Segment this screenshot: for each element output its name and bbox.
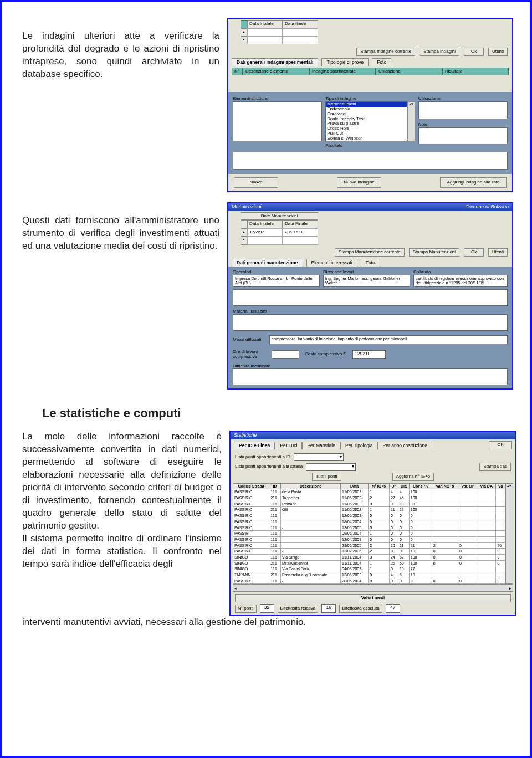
paragraph-4b: interventi manutentivi avviati, necessar… [22,616,516,629]
col-header[interactable]: Var. Dr [458,483,477,489]
tab-tipologie-prove[interactable]: Tipologie di prove [321,58,369,66]
col-header[interactable]: Cons. % [409,483,432,489]
col-data-finale: Data finale [283,20,318,28]
window-indagini: Data iniziale Data finale ▸ * Stampa Ind… [227,18,513,192]
col-header[interactable]: ID [269,483,281,489]
col-header[interactable]: Va [496,483,505,489]
table-row[interactable]: SINIGO111Via Sinigo11/11/200432462100000 [233,554,505,560]
btn-ok[interactable]: Ok [464,248,484,257]
tab-anno[interactable]: Per anno costruzione [378,442,432,449]
val-dif-rel: 16 [321,604,336,613]
scrollbar-stats[interactable]: ▴▾ [505,483,513,585]
lbl-n-ponti: N° ponti [235,605,257,613]
col-header[interactable]: Descrizione [281,483,341,489]
btn-nuovo[interactable]: Nuovo [234,177,278,188]
btn-ok[interactable]: Ok [464,48,484,56]
lbl-direzione: Direzione lavori [323,270,410,275]
col-header[interactable]: Via DA [477,483,496,489]
field-risultato[interactable] [233,152,508,170]
tab-foto-man[interactable]: Foto [361,259,380,267]
field-collaudo[interactable]: certificato di regolare esecuzione appro… [413,275,508,288]
btn-nuova-indagine[interactable]: Nuova indagine [337,177,381,188]
field-note[interactable] [418,127,508,144]
table-row[interactable]: TAIPANN211Passerella ai giD campate12/06… [233,572,505,578]
btn-aggiorna[interactable]: Aggiorna n° IG+5 [392,473,434,481]
titlebar-stat: Statistiche [234,433,257,438]
table-row[interactable]: PASSIRIO211Gilf11/06/200211113100 [233,507,505,513]
col-header[interactable]: Dia [398,483,409,489]
btn-stampa-indagini[interactable]: Stampa Indagini [420,48,459,56]
hdr-risultato: Risultato [442,68,509,76]
table-row[interactable]: PASSIRIO111-12/04/20090000 [233,536,505,542]
lbl-lista-id: Lista ponti appartenenti a ID [235,455,290,460]
table-row[interactable]: PASSIRIO111-12/02/200523910000 [233,549,505,555]
field-ore[interactable] [272,350,299,359]
scrollbar-stats-h[interactable]: ◂▸ [233,584,513,592]
scrollbar[interactable]: ▴▾ [407,101,415,141]
date-header: Date Manutenzioni [241,212,318,221]
table-row[interactable]: SINIGO111Via Castel Gatto04/03/200215157… [233,566,505,572]
titlebar-right: Comune di Bolzano [465,204,509,210]
btn-stampa-manutenzioni[interactable]: Stampa Manutenzioni [409,248,459,257]
val-dif-ass: 47 [386,604,400,613]
field-difficolta[interactable] [233,368,508,385]
table-row[interactable]: PASSIRIO11118/04/20040000 [233,519,505,525]
table-row[interactable]: PASSIRIO211Tappeiner11/06/200222745100 [233,495,505,501]
combo-strada[interactable] [306,463,356,471]
col-header[interactable]: N° IG+5 [369,483,390,489]
table-row[interactable]: PASSIRI111-09/06/20041000 [233,531,505,537]
tab-materiale[interactable]: Per Materiale [302,442,340,449]
combo-id[interactable] [294,453,344,461]
tab-dati-generali-man[interactable]: Dati generali manutenzione [232,259,303,267]
field-costo[interactable]: 129210 [352,350,386,359]
date-end[interactable]: 28/01/98 [283,228,318,237]
field-direzione[interactable]: ing. Begher Mario · ass. geom. Gabloner … [323,275,410,288]
tab-foto[interactable]: Foto [372,58,391,66]
btn-ok-stat[interactable]: OK [489,441,512,449]
lbl-lista-strada: Lista ponti appartenenti alla strada [235,464,303,469]
date-start[interactable]: 17/2/97 [247,228,283,237]
table-row[interactable]: SINIGO211Mitaiwaldenhof11/11/20041265010… [233,560,505,566]
tab-dati-generali[interactable]: Dati generali indagini sperimentali [232,58,318,66]
paragraph-2: Questi dati forniscono all'amministrator… [22,214,219,253]
col-data-iniziale: Data Iniziale [247,220,283,228]
btn-utenti[interactable]: Utenti [488,248,508,257]
table-row[interactable]: PASSIRIO11112/05/20030000 [233,513,505,519]
field-ubicazione[interactable] [418,101,508,119]
table-row[interactable]: PASSIRIO111-12/05/20050000 [233,525,505,531]
field-operatori[interactable]: Impresa Dolomiti Rocce s.r.l. - Ponte de… [233,275,320,288]
tab-elementi-interessati[interactable]: Elementi interessati [306,259,357,267]
field-mezzi[interactable]: compressore, impianto di iniezione, impi… [269,335,508,344]
btn-stampa-man-corrente[interactable]: Stampa Manutenzione corrente [335,248,405,257]
tab-tipologia[interactable]: Per Tipologia [340,442,378,449]
col-header[interactable]: Dr [389,483,398,489]
btn-utenti[interactable]: Utenti [488,48,508,56]
paragraph-1: Le indagini ulteriori atte a verificare … [22,30,219,81]
field-secondary[interactable] [233,289,508,306]
btn-tutti-ponti[interactable]: Tutti i ponti [312,473,341,481]
table-row[interactable]: PASSIRIO111Romano11/06/2002091388 [233,501,505,507]
stats-table[interactable]: Codice StradaIDDescrizioneDataN° IG+5DrD… [233,483,505,585]
lbl-dif-rel: Difettosità relativa [278,605,319,613]
col-header[interactable]: Data [341,483,369,489]
tab-luci[interactable]: Per Luci [275,442,302,449]
col-header[interactable]: Codice Strada [233,483,269,489]
hdr-n: N° [232,68,243,76]
tab-id-linea[interactable]: Per ID e Linea [234,442,275,449]
lbl-operatori: Operatori [233,270,320,275]
col-header[interactable]: Var. NG+5 [432,483,458,489]
table-row[interactable]: PASSIRIO111-28/06/200531031212526 [233,542,505,549]
paragraph-4a: Il sistema permette inoltre di ordinare … [22,532,222,571]
window-manutenzioni: Manutenzioni Comune di Bolzano Date Manu… [227,202,513,390]
listbox-tipo-indagine[interactable]: Martinetti piatti Endoscopia Carotaggi S… [325,101,407,141]
field-materiali[interactable] [233,314,508,331]
btn-stampa-corrente[interactable]: Stampa Indagine corrente [356,48,415,56]
btn-stampa-dati[interactable]: Stampa dati [479,463,511,471]
table-row[interactable]: PASSIRIO111della Posta11/06/2002144100 [233,489,505,495]
lbl-difficolta: Difficoltà incontrate [233,364,508,369]
field-elementi-strutturali[interactable] [233,101,322,141]
lbl-risultato: Risultato [325,144,415,148]
table-row[interactable]: PASSIRIO111-28/05/20040000000 [233,578,505,584]
btn-aggiungi-lista[interactable]: Aggiungi indagine alla lista [440,177,507,188]
lbl-ubicazione: Ubicazione [418,96,508,101]
